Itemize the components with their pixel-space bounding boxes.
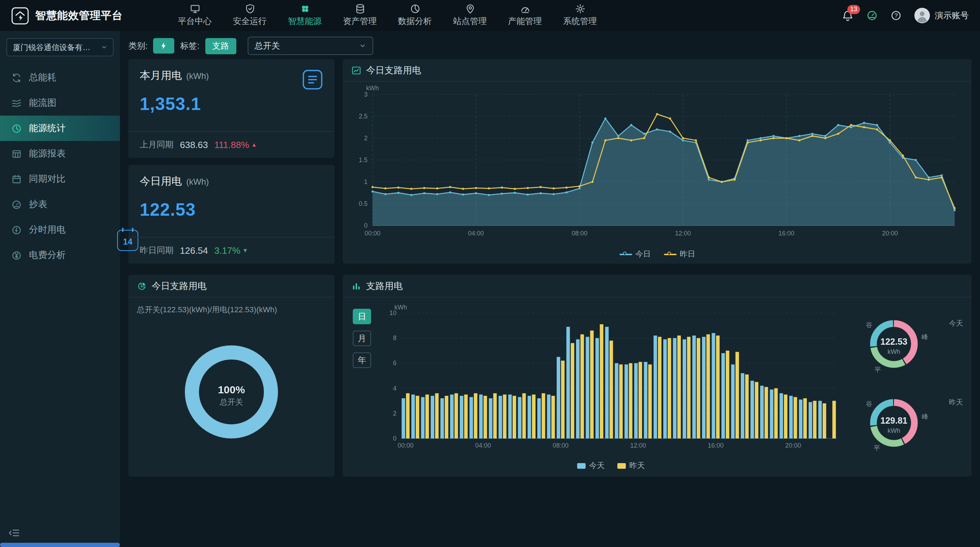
svg-text:kWh: kWh bbox=[366, 85, 379, 92]
account-menu[interactable]: 演示账号 bbox=[915, 8, 969, 23]
legend-label: 昨天 bbox=[629, 460, 645, 471]
category-electricity-button[interactable] bbox=[153, 38, 175, 54]
horizontal-scrollbar-thumb[interactable] bbox=[0, 543, 120, 547]
energy-stats-icon bbox=[11, 123, 22, 133]
nav-item-label: 数据分析 bbox=[398, 16, 432, 27]
chevron-down-icon bbox=[101, 44, 107, 51]
svg-text:122.53: 122.53 bbox=[881, 336, 907, 346]
sidebar-item-meter-reading[interactable]: 抄表 bbox=[0, 192, 120, 217]
sidebar-menu: 总能耗能流图能源统计能源报表同期对比抄表分时用电电费分析 bbox=[0, 65, 120, 268]
svg-text:08:00: 08:00 bbox=[571, 230, 587, 237]
bar-card-header: 支路用电 bbox=[343, 275, 972, 298]
sidebar-item-total-energy[interactable]: 总能耗 bbox=[0, 65, 120, 90]
company-select[interactable]: 厦门锐谷通信设备有限公司 bbox=[6, 38, 114, 56]
branch-tag[interactable]: 支路 bbox=[205, 38, 236, 54]
svg-text:0: 0 bbox=[364, 222, 368, 229]
tag-label: 标签: bbox=[180, 40, 200, 52]
month-compare-label: 上月同期 bbox=[140, 139, 173, 151]
period-button-group: 日月年 bbox=[353, 309, 371, 374]
nav-item-safe-operation[interactable]: 安全运行 bbox=[233, 3, 267, 27]
sidebar-item-energy-report[interactable]: 能源报表 bbox=[0, 141, 120, 166]
sidebar-item-label: 能流图 bbox=[29, 97, 56, 109]
sidebar: 厦门锐谷通信设备有限公司 总能耗能流图能源统计能源报表同期对比抄表分时用电电费分… bbox=[0, 31, 120, 547]
nav-item-smart-energy[interactable]: 智慧能源 bbox=[288, 3, 322, 27]
svg-text:16:00: 16:00 bbox=[708, 442, 724, 449]
bar-chart-legend: 今天昨天 bbox=[382, 460, 840, 471]
sidebar-item-tou-power[interactable]: 分时用电 bbox=[0, 217, 120, 243]
legend-label: 昨日 bbox=[680, 249, 695, 259]
today-usage-card: 今日用电 (kWh) 122.53 14 昨日同期 126.54 3.17% ▼ bbox=[129, 165, 334, 264]
svg-text:00:00: 00:00 bbox=[398, 442, 414, 449]
svg-text:2.5: 2.5 bbox=[359, 113, 368, 120]
report-document-icon bbox=[302, 69, 323, 90]
sidebar-item-label: 电费分析 bbox=[29, 249, 65, 262]
switch-select[interactable]: 总开关 bbox=[247, 36, 373, 55]
svg-text:kWh: kWh bbox=[888, 348, 900, 355]
lightning-bolt-icon bbox=[160, 41, 168, 50]
legend-square-marker bbox=[617, 463, 626, 468]
nav-item-label: 站点管理 bbox=[453, 16, 487, 27]
sidebar-item-label: 分时用电 bbox=[29, 224, 65, 236]
sidebar-item-energy-stats[interactable]: 能源统计 bbox=[0, 116, 120, 141]
capacity-icon bbox=[520, 3, 530, 14]
site-icon bbox=[465, 3, 475, 14]
nav-item-site-management[interactable]: 站点管理 bbox=[453, 3, 487, 27]
legend-label: 今天 bbox=[589, 460, 605, 471]
energy-icon bbox=[299, 3, 310, 14]
notifications-button[interactable]: 13 bbox=[842, 10, 854, 22]
sidebar-item-label: 抄表 bbox=[29, 198, 47, 211]
nav-item-platform-center[interactable]: 平台中心 bbox=[178, 3, 212, 27]
legend-item-今日[interactable]: 今日 bbox=[619, 249, 651, 259]
legend-item-昨天[interactable]: 昨天 bbox=[617, 460, 645, 471]
period-button-日[interactable]: 日 bbox=[353, 309, 371, 324]
svg-text:谷: 谷 bbox=[866, 322, 872, 328]
day-compare-label: 昨日同期 bbox=[140, 244, 173, 257]
legend-line-marker bbox=[619, 254, 632, 255]
sidebar-collapse-button[interactable] bbox=[8, 527, 20, 539]
notification-badge: 13 bbox=[847, 5, 860, 14]
legend-label: 今日 bbox=[635, 249, 651, 259]
nav-item-system-management[interactable]: 系统管理 bbox=[563, 3, 597, 27]
navbar-right: 13 ? 演示账号 bbox=[842, 8, 969, 23]
legend-item-今天[interactable]: 今天 bbox=[577, 460, 605, 471]
svg-text:2: 2 bbox=[364, 135, 368, 142]
sidebar-item-period-compare[interactable]: 同期对比 bbox=[0, 166, 120, 192]
avatar bbox=[915, 8, 930, 23]
svg-text:1.5: 1.5 bbox=[359, 157, 368, 163]
total-energy-icon bbox=[11, 72, 22, 83]
app-logo-icon bbox=[11, 7, 29, 24]
branch-usage-bar-card: 支路用电 日月年 024681000:0004:0008:0012:0016:0… bbox=[343, 275, 972, 477]
month-card-title: 本月用电 bbox=[140, 69, 182, 82]
category-label: 类别: bbox=[129, 40, 148, 52]
sidebar-item-energy-flow[interactable]: 能流图 bbox=[0, 90, 120, 116]
asset-icon bbox=[355, 3, 365, 14]
svg-text:今天: 今天 bbox=[949, 319, 963, 327]
nav-item-label: 安全运行 bbox=[233, 16, 267, 27]
period-button-年[interactable]: 年 bbox=[353, 352, 371, 368]
switch-select-value: 总开关 bbox=[255, 40, 280, 52]
help-icon[interactable]: ? bbox=[890, 10, 902, 21]
monitor-gauge-icon[interactable] bbox=[866, 10, 878, 21]
day-card-title: 今日用电 bbox=[140, 175, 182, 188]
nav-item-capacity-management[interactable]: 产能管理 bbox=[508, 3, 542, 27]
system-icon bbox=[575, 3, 585, 14]
sidebar-item-cost-analysis[interactable]: 电费分析 bbox=[0, 243, 120, 268]
nav-item-data-analysis[interactable]: 数据分析 bbox=[398, 3, 432, 27]
filter-bar: 类别: 标签: 支路 总开关 bbox=[120, 31, 980, 55]
svg-text:4: 4 bbox=[393, 385, 396, 392]
energy-report-icon bbox=[11, 148, 22, 159]
svg-text:1: 1 bbox=[364, 178, 368, 186]
nav-item-asset-management[interactable]: 资产管理 bbox=[343, 3, 377, 27]
svg-text:0.5: 0.5 bbox=[359, 200, 368, 207]
legend-item-昨日[interactable]: 昨日 bbox=[663, 249, 695, 259]
branch-donut-chart: 100%总开关 bbox=[129, 316, 334, 471]
period-button-月[interactable]: 月 bbox=[353, 331, 371, 346]
main-content: 类别: 标签: 支路 总开关 本月用电 (kWh) 1,353.1 上月 bbox=[120, 31, 980, 547]
svg-text:20:00: 20:00 bbox=[882, 230, 898, 237]
nav-item-label: 资产管理 bbox=[343, 16, 377, 27]
month-usage-card: 本月用电 (kWh) 1,353.1 上月同期 638.63 111.88% ▲ bbox=[129, 59, 334, 158]
day-compare-row: 昨日同期 126.54 3.17% ▼ bbox=[129, 237, 334, 264]
today-branch-donut-card: 今日支路用电 总开关(122.53)(kWh)/用电(122.53)(kWh) … bbox=[129, 275, 334, 477]
nav-item-label: 系统管理 bbox=[563, 16, 597, 27]
sidebar-item-label: 总能耗 bbox=[29, 71, 56, 84]
